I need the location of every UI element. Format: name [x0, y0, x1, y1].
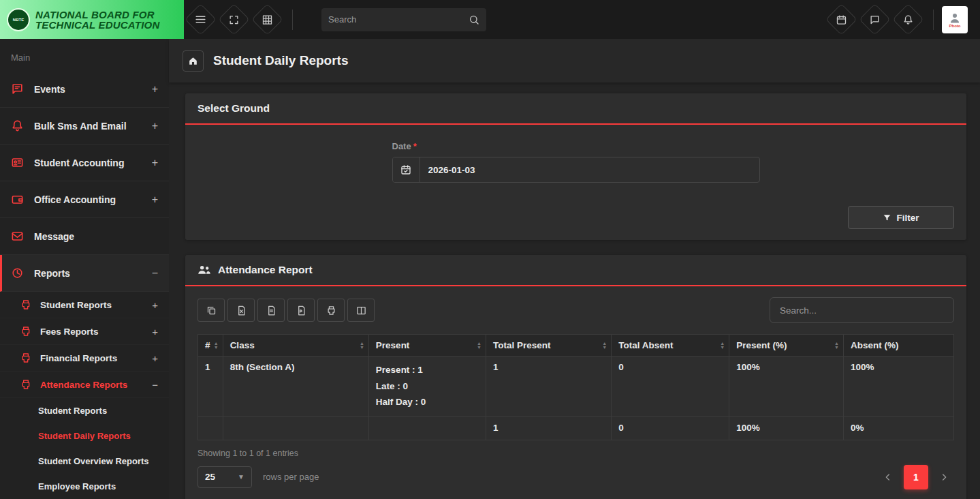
sidebar-item-events[interactable]: Events +	[0, 71, 169, 108]
next-page-button[interactable]	[934, 465, 954, 489]
sidebar-item-office-accounting[interactable]: Office Accounting +	[0, 181, 169, 218]
menu-toggle-button[interactable]	[185, 3, 217, 35]
sidebar-item-employee-reports[interactable]: Employee Reports	[0, 474, 169, 499]
sidebar-item-message[interactable]: Message	[0, 218, 169, 255]
date-picker-button[interactable]	[393, 157, 420, 182]
report-card-header: Attendance Report	[185, 255, 966, 286]
text-file-icon	[266, 305, 276, 316]
home-icon	[188, 56, 198, 66]
column-header-total-present[interactable]: Total Present	[486, 335, 611, 357]
footer-cell-empty	[368, 416, 486, 440]
funnel-icon	[883, 213, 891, 222]
excel-export-button[interactable]	[227, 299, 255, 322]
logo-text: NATIONAL BOARD FOR TECHNICAL EDUCATION	[35, 10, 159, 30]
topbar: NBTE NATIONAL BOARD FOR TECHNICAL EDUCAT…	[0, 0, 980, 39]
user-avatar[interactable]: Photo	[942, 6, 968, 33]
sidebar-item-student-daily-reports[interactable]: Student Daily Reports	[0, 423, 169, 449]
calendar-check-icon	[400, 164, 411, 175]
bell-icon	[903, 14, 914, 25]
fullscreen-button[interactable]	[218, 3, 250, 35]
sidebar-section-label: Main	[0, 39, 169, 71]
column-header-present-pct[interactable]: Present (%)	[729, 335, 844, 357]
home-button[interactable]	[183, 50, 204, 72]
printer-icon	[20, 379, 32, 391]
sidebar-item-student-accounting[interactable]: Student Accounting +	[0, 145, 169, 181]
notifications-button[interactable]	[892, 3, 924, 35]
date-field	[392, 157, 760, 183]
sort-icon	[477, 342, 481, 350]
sidebar: Main Events + Bulk Sms And Email + Stude…	[0, 39, 169, 499]
chat-bubble-icon	[870, 14, 881, 25]
wallet-icon	[11, 193, 25, 207]
table-search-input[interactable]	[770, 297, 954, 323]
chevron-left-icon	[883, 472, 894, 483]
copy-export-button[interactable]	[197, 299, 225, 322]
global-search-input[interactable]	[328, 14, 469, 25]
table-row: 1 8th (Section A) Present : 1 Late : 0 H…	[198, 357, 954, 417]
column-visibility-button[interactable]	[347, 299, 375, 322]
chevron-right-icon	[938, 472, 949, 483]
sidebar-item-attendance-reports[interactable]: Attendance Reports −	[0, 372, 169, 398]
people-group-icon	[197, 264, 211, 275]
sidebar-item-student-reports[interactable]: Student Reports +	[0, 292, 169, 318]
filter-button[interactable]: Filter	[848, 206, 954, 229]
sort-icon	[834, 342, 839, 350]
pagination: 1	[878, 465, 954, 489]
printer-icon	[326, 305, 336, 316]
column-header-num[interactable]: #	[198, 335, 223, 357]
quick-grid-button[interactable]	[251, 3, 283, 35]
history-clock-icon	[11, 267, 25, 280]
excel-file-icon	[236, 305, 247, 316]
sort-icon	[602, 342, 607, 350]
date-input[interactable]	[420, 157, 759, 182]
comment-icon	[11, 82, 25, 96]
filter-card-title: Select Ground	[197, 102, 270, 115]
expand-toggle: +	[152, 157, 158, 169]
prev-page-button[interactable]	[878, 465, 898, 489]
app-logo[interactable]: NBTE NATIONAL BOARD FOR TECHNICAL EDUCAT…	[0, 0, 184, 39]
sort-icon	[360, 342, 364, 350]
cell-class: 8th (Section A)	[223, 357, 368, 417]
sort-icon	[720, 342, 725, 350]
cell-num: 1	[198, 357, 223, 417]
calendar-button[interactable]	[825, 3, 857, 35]
report-card-title: Attendance Report	[218, 264, 313, 276]
cell-total-absent: 0	[612, 357, 729, 417]
column-header-total-absent[interactable]: Total Absent	[612, 335, 729, 357]
sidebar-item-financial-reports[interactable]: Financial Reports +	[0, 345, 169, 372]
page-1-button[interactable]: 1	[904, 465, 928, 489]
pdf-export-button[interactable]	[287, 299, 315, 322]
sidebar-item-bulk-sms-and-email[interactable]: Bulk Sms And Email +	[0, 108, 169, 145]
search-icon[interactable]	[469, 14, 479, 25]
sidebar-item-fees-reports[interactable]: Fees Reports +	[0, 318, 169, 345]
column-header-present[interactable]: Present	[368, 335, 486, 357]
column-header-class[interactable]: Class	[223, 335, 368, 357]
csv-export-button[interactable]	[257, 299, 285, 322]
cell-total-present: 1	[486, 357, 611, 417]
printer-icon	[20, 299, 32, 311]
sort-icon	[214, 342, 219, 350]
person-icon	[948, 12, 962, 24]
cell-present-pct: 100%	[729, 357, 844, 417]
sidebar-item-attendance-student-reports[interactable]: Student Reports	[0, 398, 169, 423]
expand-toggle: +	[152, 194, 158, 206]
messages-button[interactable]	[859, 3, 891, 35]
avatar-photo-label: Photo	[949, 24, 961, 28]
logo-line1: NATIONAL BOARD FOR	[35, 10, 159, 20]
print-button[interactable]	[317, 299, 345, 322]
date-label: Date*	[392, 141, 760, 151]
footer-present-pct: 100%	[729, 416, 844, 440]
column-header-absent-pct[interactable]: Absent (%)	[843, 335, 953, 357]
rows-per-page-select[interactable]: 25 ▼	[197, 466, 252, 488]
table-toolbar	[185, 286, 966, 323]
table-footer-row: 1 0 100% 0%	[198, 416, 954, 440]
expand-toggle: +	[152, 120, 158, 132]
fullscreen-icon	[229, 14, 240, 25]
printer-icon	[20, 352, 32, 364]
cell-present: Present : 1 Late : 0 Half Day : 0	[368, 357, 486, 417]
sidebar-item-student-overview-reports[interactable]: Student Overview Reports	[0, 449, 169, 474]
sidebar-item-reports[interactable]: Reports −	[0, 255, 169, 292]
table-grid-icon	[262, 14, 273, 25]
copy-icon	[206, 305, 217, 316]
nbte-seal-icon: NBTE	[7, 8, 30, 31]
